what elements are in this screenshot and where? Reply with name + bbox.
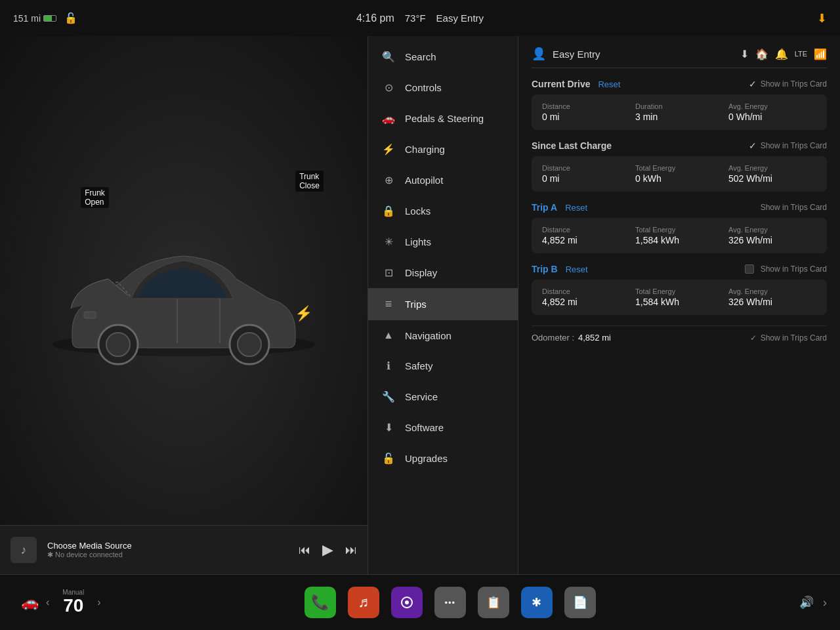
taskbar-car-icon: 🚗 — [13, 594, 46, 611]
lights-label: Lights — [405, 236, 431, 247]
sidebar-item-service[interactable]: 🔧 Service — [368, 381, 518, 412]
current-drive-duration-value: 3 min — [635, 112, 723, 122]
more-apps-button[interactable]: ••• — [434, 587, 466, 618]
svg-rect-7 — [84, 312, 96, 318]
since-last-charge-header: Since Last Charge ✓ Show in Trips Card — [532, 140, 827, 151]
search-icon: 🔍 — [381, 51, 396, 63]
sidebar-item-search[interactable]: 🔍 Search — [368, 41, 518, 72]
trips-header-icons: ⬇ 🏠 🔔 LTE 📶 — [740, 48, 827, 60]
sidebar-item-autopilot[interactable]: ⊕ Autopilot — [368, 165, 518, 196]
taskbar-chevron-right[interactable]: › — [823, 596, 827, 610]
trip-b-checkbox[interactable] — [745, 264, 754, 274]
next-track-button[interactable]: ⏭ — [345, 543, 357, 557]
since-last-charge-show-trips[interactable]: ✓ Show in Trips Card — [749, 140, 827, 151]
since-charge-avg-energy-label: Avg. Energy — [728, 164, 816, 172]
signal-icon-header: 📶 — [814, 48, 827, 60]
trip-a-total-energy-label: Total Energy — [635, 226, 723, 234]
media-bar: ♪ Choose Media Source ✱ No device connec… — [0, 525, 368, 574]
trip-a-distance-value: 4,852 mi — [542, 235, 630, 245]
calendar-app-button[interactable]: 📋 — [478, 587, 509, 618]
sidebar-item-controls[interactable]: ⊙ Controls — [368, 72, 518, 103]
trip-b-avg-energy-cell: Avg. Energy 326 Wh/mi — [728, 287, 816, 307]
easy-entry-header-label: Easy Entry — [553, 49, 600, 60]
trip-a-distance-label: Distance — [542, 226, 630, 234]
trip-b-distance-cell: Distance 4,852 mi — [542, 287, 630, 307]
phone-app-button[interactable]: 📞 — [304, 587, 336, 618]
current-drive-data-grid: Distance 0 mi Duration 3 min Avg. Energy… — [532, 94, 827, 130]
trip-a-distance-cell: Distance 4,852 mi — [542, 226, 630, 245]
taskbar-speed: Manual 70 — [62, 589, 84, 616]
current-drive-section: Current Drive Reset ✓ Show in Trips Card… — [532, 79, 827, 130]
current-drive-header: Current Drive Reset ✓ Show in Trips Card — [532, 79, 827, 89]
current-drive-reset-button[interactable]: Reset — [598, 79, 620, 89]
current-drive-checkmark: ✓ — [749, 79, 757, 89]
person-icon: 👤 — [532, 47, 546, 61]
status-bar-center: 4:16 pm 73°F Easy Entry — [356, 12, 484, 24]
display-label: Display — [405, 267, 437, 278]
frunk-label: Frunk Open — [81, 187, 109, 208]
sidebar-item-upgrades[interactable]: 🔓 Upgrades — [368, 443, 518, 474]
prev-track-button[interactable]: ⏮ — [299, 543, 310, 557]
play-pause-button[interactable]: ▶ — [322, 541, 333, 558]
status-bar-right: ⬇ — [817, 11, 827, 26]
trip-b-show-trips[interactable]: Show in Trips Card — [745, 264, 827, 274]
since-charge-checkmark: ✓ — [749, 140, 757, 151]
svg-point-10 — [405, 600, 409, 604]
sidebar-item-display[interactable]: ⊡ Display — [368, 257, 518, 288]
charging-label: Charging — [405, 144, 445, 155]
temperature-display: 73°F — [405, 12, 426, 24]
odometer-value: 4,852 mi — [578, 333, 611, 343]
trip-a-show-trips[interactable]: Show in Trips Card — [761, 203, 827, 212]
speed-decrease-button[interactable]: ‹ — [46, 597, 49, 608]
since-charge-distance-cell: Distance 0 mi — [542, 164, 630, 184]
bell-icon-header[interactable]: 🔔 — [775, 48, 788, 60]
trip-a-reset-button[interactable]: Reset — [565, 203, 587, 213]
upgrades-icon: 🔓 — [381, 452, 396, 465]
media-source-icon: ♪ — [10, 537, 37, 563]
download-icon-header[interactable]: ⬇ — [740, 48, 749, 60]
sidebar-item-charging[interactable]: ⚡ Charging — [368, 134, 518, 165]
media-title: Choose Media Source — [47, 541, 288, 551]
battery-bar — [43, 15, 56, 22]
lte-icon-header: LTE — [795, 50, 807, 58]
current-drive-show-trips[interactable]: ✓ Show in Trips Card — [749, 79, 827, 89]
trip-a-avg-energy-label: Avg. Energy — [728, 226, 816, 234]
odometer-show-trips[interactable]: ✓ Show in Trips Card — [750, 333, 827, 343]
pedals-icon: 🚗 — [381, 112, 396, 125]
sidebar-item-safety[interactable]: ℹ Safety — [368, 350, 518, 381]
media-connection-status: No device connected — [55, 551, 123, 558]
sidebar-item-pedals[interactable]: 🚗 Pedals & Steering — [368, 103, 518, 134]
camera-app-button[interactable] — [391, 587, 423, 618]
current-drive-distance-value: 0 mi — [542, 112, 630, 122]
car-silhouette — [33, 213, 335, 397]
trip-a-section: Trip A Reset Show in Trips Card Distance… — [532, 202, 827, 253]
trunk-label: Trunk Close — [295, 171, 324, 192]
sidebar-item-lights[interactable]: ✳ Lights — [368, 226, 518, 257]
trip-b-title: Trip B — [532, 264, 558, 274]
status-bar: 151 mi 🔓 4:16 pm 73°F Easy Entry ⬇ — [0, 0, 840, 36]
trips-label: Trips — [405, 299, 427, 310]
sidebar-item-locks[interactable]: 🔒 Locks — [368, 196, 518, 226]
home-icon-header[interactable]: 🏠 — [755, 48, 768, 60]
music-app-button[interactable]: ♬ — [348, 587, 379, 618]
easy-entry-status: Easy Entry — [436, 12, 484, 24]
since-last-charge-data-grid: Distance 0 mi Total Energy 0 kWh Avg. En… — [532, 156, 827, 192]
sidebar-item-navigation[interactable]: ▲ Navigation — [368, 320, 518, 350]
trip-a-avg-energy-value: 326 Wh/mi — [728, 235, 816, 245]
sidebar-item-trips[interactable]: ≡ Trips — [368, 288, 518, 320]
sidebar-item-software[interactable]: ⬇ Software — [368, 412, 518, 443]
menu-panel: 🔍 Search ⊙ Controls 🚗 Pedals & Steering … — [368, 36, 518, 574]
notes-app-button[interactable]: 📄 — [564, 587, 596, 618]
download-notification-icon[interactable]: ⬇ — [817, 11, 827, 26]
volume-button[interactable]: 🔊 — [799, 595, 814, 610]
trip-a-data-grid: Distance 4,852 mi Total Energy 1,584 kWh… — [532, 218, 827, 253]
trip-b-avg-energy-value: 326 Wh/mi — [728, 297, 816, 307]
battery-indicator: 151 mi — [13, 13, 56, 24]
media-controls[interactable]: ⏮ ▶ ⏭ — [299, 541, 357, 558]
bluetooth-button[interactable]: ✱ — [521, 587, 553, 618]
trip-b-distance-value: 4,852 mi — [542, 297, 630, 307]
taskbar-right: 🔊 › — [799, 595, 827, 610]
trip-b-reset-button[interactable]: Reset — [566, 264, 588, 274]
odometer-checkmark: ✓ — [750, 333, 757, 343]
current-drive-distance-label: Distance — [542, 102, 630, 110]
